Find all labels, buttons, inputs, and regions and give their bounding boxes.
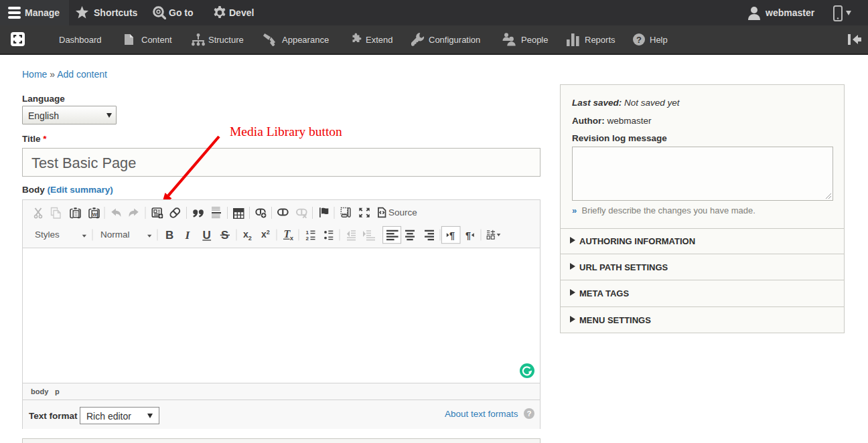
svg-text:x: x (290, 234, 294, 242)
svg-text:Normal: Normal (100, 230, 130, 240)
svg-text:¶: ¶ (449, 230, 455, 241)
svg-text:Styles: Styles (35, 230, 60, 240)
svg-text:2: 2 (267, 229, 270, 236)
svg-text:x: x (243, 229, 248, 240)
svg-text:1: 1 (306, 230, 309, 236)
svg-text:?: ? (636, 35, 642, 45)
svg-text:¶: ¶ (465, 230, 471, 241)
svg-text:2: 2 (248, 235, 252, 242)
svg-text:Source: Source (388, 207, 417, 217)
svg-text:B: B (165, 229, 173, 242)
svg-text:W: W (92, 211, 98, 217)
svg-text:x: x (261, 229, 267, 240)
svg-text:2: 2 (306, 236, 309, 242)
svg-text:?: ? (526, 410, 531, 418)
svg-text:I: I (185, 228, 191, 242)
svg-text:U: U (203, 229, 211, 242)
